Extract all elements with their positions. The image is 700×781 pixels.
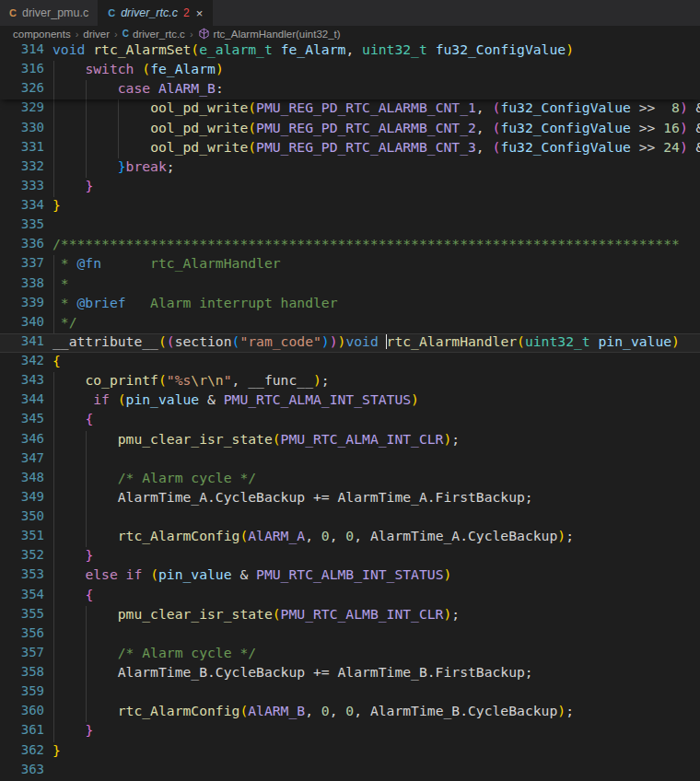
code-line[interactable]: 361 } — [0, 722, 700, 741]
code-text[interactable] — [44, 450, 700, 470]
line-number[interactable]: 338 — [0, 275, 44, 295]
code-line[interactable]: 355 pmu_clear_isr_state(PMU_RTC_ALMB_INT… — [0, 606, 700, 625]
code-text[interactable]: if (pin_value & PMU_RTC_ALMA_INT_STATUS) — [44, 391, 700, 411]
code-line[interactable]: 353 else if (pin_value & PMU_RTC_ALMB_IN… — [0, 566, 700, 586]
code-text[interactable]: case AlARM_B: — [44, 80, 700, 99]
tab-driver-pmu[interactable]: C driver_pmu.c — [0, 0, 99, 26]
code-line[interactable]: 342{ — [0, 353, 700, 372]
code-text[interactable] — [44, 625, 700, 645]
line-number[interactable]: 330 — [0, 120, 44, 139]
code-line[interactable]: 360 rtc_AlarmConfig(AlARM_B, 0, 0, Alarm… — [0, 703, 700, 722]
code-line[interactable]: 345 { — [0, 411, 700, 430]
code-line[interactable]: 326 case AlARM_B: — [0, 80, 700, 99]
line-number[interactable]: 326 — [0, 80, 44, 99]
code-text[interactable]: void rtc_AlarmSet(e_alarm_t fe_Alarm, ui… — [44, 41, 700, 61]
code-text[interactable]: { — [44, 587, 700, 606]
code-line[interactable]: 341__attribute__((section("ram_code")))v… — [0, 333, 700, 353]
code-line[interactable]: 340 */ — [0, 314, 700, 333]
line-number[interactable]: 341 — [0, 333, 44, 353]
line-number[interactable]: 334 — [0, 197, 44, 216]
line-number[interactable]: 332 — [0, 158, 44, 178]
code-text[interactable] — [44, 683, 700, 703]
code-line[interactable]: 314void rtc_AlarmSet(e_alarm_t fe_Alarm,… — [0, 41, 700, 61]
code-text[interactable]: /***************************************… — [44, 236, 700, 255]
code-text[interactable]: co_printf("%s\r\n", __func__); — [44, 372, 700, 391]
line-number[interactable]: 335 — [0, 216, 44, 236]
code-line[interactable]: 358 AlarmTime_B.CycleBackup += AlarmTime… — [0, 664, 700, 683]
code-text[interactable]: __attribute__((section("ram_code")))void… — [44, 333, 700, 353]
code-text[interactable]: else if (pin_value & PMU_RTC_ALMB_INT_ST… — [44, 566, 700, 586]
code-text[interactable]: ool_pd_write(PMU_REG_PD_RTC_ALARMB_CNT_3… — [44, 139, 700, 158]
code-line[interactable]: 343 co_printf("%s\r\n", __func__); — [0, 372, 700, 391]
code-text[interactable]: { — [44, 353, 700, 372]
line-number[interactable]: 345 — [0, 411, 44, 430]
code-text[interactable]: { — [44, 411, 700, 430]
code-editor[interactable]: 314void rtc_AlarmSet(e_alarm_t fe_Alarm,… — [0, 41, 700, 781]
code-line[interactable]: 334} — [0, 197, 700, 216]
code-text[interactable]: }break; — [44, 158, 700, 178]
code-text[interactable]: rtc_AlarmConfig(AlARM_A, 0, 0, AlarmTime… — [44, 528, 700, 547]
line-number[interactable]: 347 — [0, 450, 44, 470]
code-text[interactable]: /* Alarm cycle */ — [44, 645, 700, 664]
code-text[interactable]: rtc_AlarmConfig(AlARM_B, 0, 0, AlarmTime… — [44, 703, 700, 722]
code-line[interactable]: 362} — [0, 742, 700, 762]
code-text[interactable] — [44, 216, 700, 236]
code-line[interactable]: 336/************************************… — [0, 236, 700, 255]
code-line[interactable]: 339 * @brief Alarm interrupt handler — [0, 295, 700, 314]
line-number[interactable]: 356 — [0, 625, 44, 645]
code-text[interactable]: /* Alarm cycle */ — [44, 470, 700, 489]
code-text[interactable]: } — [44, 742, 700, 762]
code-line[interactable]: 332 }break; — [0, 158, 700, 178]
code-text[interactable]: } — [44, 178, 700, 197]
code-text[interactable]: * @fn rtc_AlarmHandler — [44, 255, 700, 274]
code-text[interactable]: AlarmTime_B.CycleBackup += AlarmTime_B.F… — [44, 664, 700, 683]
close-icon[interactable]: × — [196, 6, 204, 20]
line-number[interactable]: 352 — [0, 547, 44, 566]
code-text[interactable]: ool_pd_write(PMU_REG_PD_RTC_ALARMB_CNT_1… — [44, 99, 700, 119]
code-line[interactable]: 329 ool_pd_write(PMU_REG_PD_RTC_ALARMB_C… — [0, 99, 700, 119]
line-number[interactable]: 343 — [0, 372, 44, 391]
code-line[interactable]: 333 } — [0, 178, 700, 197]
line-number[interactable]: 359 — [0, 683, 44, 703]
code-line[interactable]: 359 — [0, 683, 700, 703]
code-text[interactable]: ool_pd_write(PMU_REG_PD_RTC_ALARMB_CNT_2… — [44, 120, 700, 139]
code-line[interactable]: 348 /* Alarm cycle */ — [0, 470, 700, 489]
line-number[interactable]: 339 — [0, 295, 44, 314]
code-text[interactable]: switch (fe_Alarm) — [44, 61, 700, 80]
line-number[interactable]: 353 — [0, 566, 44, 586]
line-number[interactable]: 336 — [0, 236, 44, 255]
code-line[interactable]: 350 — [0, 508, 700, 528]
code-line[interactable]: 351 rtc_AlarmConfig(AlARM_A, 0, 0, Alarm… — [0, 528, 700, 547]
line-number[interactable]: 351 — [0, 528, 44, 547]
code-text[interactable]: * — [44, 275, 700, 295]
code-line[interactable]: 349 AlarmTime_A.CycleBackup += AlarmTime… — [0, 489, 700, 508]
code-text[interactable]: */ — [44, 314, 700, 333]
line-number[interactable]: 316 — [0, 61, 44, 80]
line-number[interactable]: 337 — [0, 255, 44, 274]
breadcrumb-item-symbol[interactable]: rtc_AlarmHandler(uint32_t) — [214, 29, 341, 40]
line-number[interactable]: 354 — [0, 587, 44, 606]
code-text[interactable]: pmu_clear_isr_state(PMU_RTC_ALMB_INT_CLR… — [44, 606, 700, 625]
code-line[interactable]: 335 — [0, 216, 700, 236]
code-line[interactable]: 338 * — [0, 275, 700, 295]
tab-driver-rtc[interactable]: C driver_rtc.c 2 × — [99, 0, 213, 26]
line-number[interactable]: 355 — [0, 606, 44, 625]
code-text[interactable]: } — [44, 722, 700, 741]
code-line[interactable]: 363 — [0, 762, 700, 781]
code-line[interactable]: 352 } — [0, 547, 700, 566]
line-number[interactable]: 349 — [0, 489, 44, 508]
breadcrumb-item-driver[interactable]: driver — [83, 29, 110, 40]
line-number[interactable]: 363 — [0, 762, 44, 781]
breadcrumb-item-file[interactable]: driver_rtc.c — [133, 29, 185, 40]
code-text[interactable]: * @brief Alarm interrupt handler — [44, 295, 700, 314]
code-line[interactable]: 347 — [0, 450, 700, 470]
code-line[interactable]: 337 * @fn rtc_AlarmHandler — [0, 255, 700, 274]
code-line[interactable]: 330 ool_pd_write(PMU_REG_PD_RTC_ALARMB_C… — [0, 120, 700, 139]
code-text[interactable] — [44, 762, 700, 781]
line-number[interactable]: 329 — [0, 99, 44, 119]
line-number[interactable]: 358 — [0, 664, 44, 683]
code-text[interactable]: } — [44, 197, 700, 216]
code-line[interactable]: 316 switch (fe_Alarm) — [0, 61, 700, 80]
line-number[interactable]: 346 — [0, 431, 44, 450]
line-number[interactable]: 348 — [0, 470, 44, 489]
